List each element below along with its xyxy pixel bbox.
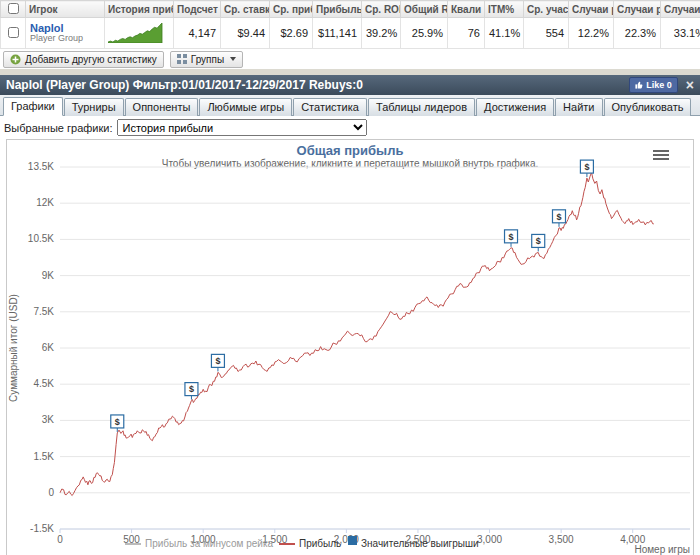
y-tick-label: 10.5K [28, 233, 54, 244]
flag-symbol: $ [215, 356, 220, 366]
add-statistic-button[interactable]: Добавить другую статистику [3, 51, 164, 68]
player-cell[interactable]: NaplolPlayer Group [26, 18, 105, 49]
flag-symbol: $ [509, 232, 514, 242]
column-header-12[interactable]: Случаи ран [614, 1, 661, 18]
stat-cell-0: 4,147 [174, 18, 221, 49]
chart-title: Общая прибыль [297, 143, 404, 158]
y-tick-label: 7.5K [33, 306, 54, 317]
tab-statistics[interactable]: Статистика [293, 98, 367, 116]
column-header-13[interactable]: Случаи сред [661, 1, 700, 18]
row-checkbox[interactable] [8, 27, 19, 38]
legend-item-profit[interactable]: Прибыль [299, 538, 341, 549]
column-header-2[interactable]: Подсчет [174, 1, 221, 18]
column-header-3[interactable]: Ср. ставка [221, 1, 270, 18]
chart-controls: Выбранные графики: История прибыли [0, 116, 700, 139]
panel-header: Naplol (Player Group) Фильтр:01/01/2017-… [0, 75, 700, 95]
column-header-5[interactable]: Прибыль [313, 1, 362, 18]
like-label: Like 0 [646, 80, 672, 90]
legend-item-wins[interactable]: Значительные выигрыши [361, 538, 479, 549]
stat-cell-3: $11,141 [313, 18, 362, 49]
y-tick-label: 4.5K [33, 378, 54, 389]
tab-find[interactable]: Найти [555, 98, 602, 116]
flag-symbol: $ [189, 384, 194, 394]
column-header-4[interactable]: Ср. приб [270, 1, 313, 18]
sparkline-cell [105, 18, 174, 49]
stat-cell-9: 12.2% [569, 18, 614, 49]
flag-symbol: $ [556, 212, 561, 222]
column-header-7[interactable]: Общий ROI [401, 1, 448, 18]
column-header-10[interactable]: Ср. участн [524, 1, 569, 18]
select-all-checkbox[interactable] [8, 3, 19, 14]
tab-achievements[interactable]: Достижения [476, 98, 554, 116]
table-row: NaplolPlayer Group4,147$9.44$2.69$11,141… [1, 18, 700, 49]
stat-cell-1: $9.44 [221, 18, 270, 49]
plus-icon [10, 54, 21, 65]
chart-selector-label: Выбранные графики: [4, 122, 112, 134]
stat-cell-10: 22.3% [614, 18, 661, 49]
panel-title: Naplol (Player Group) Фильтр:01/01/2017-… [6, 78, 363, 92]
tab-charts[interactable]: Графики [3, 97, 63, 116]
groups-icon [177, 54, 187, 64]
chart-menu-button[interactable] [653, 151, 669, 159]
tab-tournaments[interactable]: Турниры [64, 98, 124, 116]
y-tick-label: 9K [42, 270, 55, 281]
stats-table: ИгрокИстория прибыПодсчетСр. ставкаСр. п… [0, 0, 700, 69]
stats-toolbar: Добавить другую статистику Группы [0, 49, 700, 69]
close-icon[interactable]: × [686, 78, 694, 92]
x-tick-label: 0 [57, 534, 63, 545]
stats-table-header: ИгрокИстория прибыПодсчетСр. ставкаСр. п… [1, 1, 700, 18]
y-tick-label: 0 [48, 487, 54, 498]
y-tick-label: 12K [36, 197, 54, 208]
player-group-label: Player Group [30, 34, 100, 44]
column-header-1[interactable]: История прибы [105, 1, 174, 18]
profit-chart-container: Общая прибыльЧтобы увеличить изображение… [6, 139, 694, 555]
chart-selector[interactable]: История прибыли [117, 119, 367, 136]
stat-cell-6: 76 [448, 18, 485, 49]
y-tick-label: -1.5K [30, 523, 54, 534]
tab-favorite-games[interactable]: Любимые игры [199, 98, 292, 116]
profit-chart[interactable]: Общая прибыльЧтобы увеличить изображение… [7, 140, 693, 555]
chevron-down-icon [230, 57, 236, 61]
column-header-11[interactable]: Случаи ра: [569, 1, 614, 18]
column-header-9[interactable]: ITM% [485, 1, 524, 18]
column-header-6[interactable]: Ср. ROI [362, 1, 401, 18]
column-header-0[interactable]: Игрок [26, 1, 105, 18]
flag-symbol: $ [536, 236, 541, 246]
stat-cell-8: 554 [524, 18, 569, 49]
facebook-like-button[interactable]: Like 0 [629, 77, 678, 93]
y-tick-label: 6K [42, 342, 55, 353]
y-tick-label: 13.5K [28, 161, 54, 172]
thumbs-up-icon [635, 81, 643, 89]
tab-opponents[interactable]: Оппоненты [125, 98, 199, 116]
column-header-8[interactable]: Квали [448, 1, 485, 18]
flag-symbol: $ [584, 162, 589, 172]
tab-bar: ГрафикиТурнирыОппонентыЛюбимые игрыСтати… [0, 95, 700, 116]
groups-label: Группы [191, 54, 224, 65]
x-tick-label: 3,000 [477, 534, 502, 545]
add-statistic-label: Добавить другую статистику [25, 54, 157, 65]
flag-symbol: $ [115, 417, 120, 427]
stat-cell-7: 41.1% [485, 18, 524, 49]
y-axis-title: Суммарный итог (USD) [8, 294, 19, 402]
stat-cell-4: 39.2% [362, 18, 401, 49]
row-checkbox-cell [1, 18, 26, 49]
x-axis-title: Номер игры [634, 544, 690, 555]
stat-cell-11: 33.1% [661, 18, 700, 49]
x-tick-label: 3,500 [549, 534, 574, 545]
y-tick-label: 1.5K [33, 451, 54, 462]
stat-cell-5: 25.9% [401, 18, 448, 49]
tab-leaderboards[interactable]: Таблицы лидеров [368, 98, 475, 116]
tab-publish[interactable]: Опубликовать [604, 98, 692, 116]
legend-sample-wins [348, 536, 357, 545]
legend-item-rake[interactable]: Прибыль за минусом рейка [145, 538, 274, 549]
profit-sparkline [108, 21, 164, 43]
stat-cell-2: $2.69 [270, 18, 313, 49]
y-tick-label: 3K [42, 414, 55, 425]
groups-button[interactable]: Группы [170, 51, 243, 68]
select-all-checkbox-cell [1, 1, 26, 18]
